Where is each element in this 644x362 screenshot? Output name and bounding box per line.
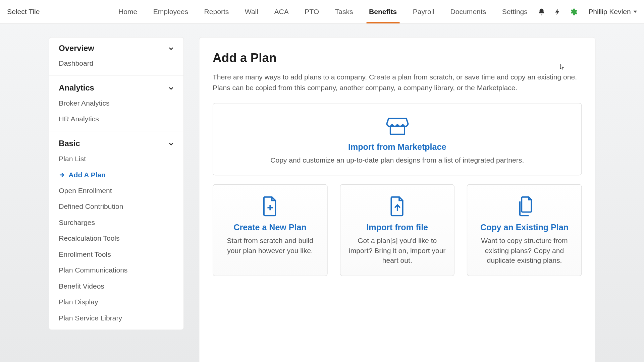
nav-item-benefits[interactable]: Benefits [361, 0, 405, 23]
sidebar-section-analytics[interactable]: Analytics [49, 75, 183, 96]
arrow-right-icon [59, 172, 65, 178]
sidebar-item-plan-list[interactable]: Plan List [49, 151, 183, 167]
nav-item-documents[interactable]: Documents [442, 0, 494, 23]
chevron-down-icon [634, 11, 637, 13]
nav-item-settings[interactable]: Settings [494, 0, 536, 23]
marketplace-title: Import from Marketplace [222, 142, 573, 152]
card-row: Create a New Plan Start from scratch and… [213, 184, 582, 276]
page-body: OverviewDashboardAnalyticsBroker Analyti… [0, 24, 644, 362]
sidebar-item-label: Add A Plan [68, 171, 106, 179]
sidebar-section-basic[interactable]: Basic [49, 131, 183, 151]
copy-plan-title: Copy an Existing Plan [475, 223, 573, 233]
sidebar-item-recalculation-tools[interactable]: Recalculation Tools [49, 231, 183, 246]
sidebar-item-broker-analytics[interactable]: Broker Analytics [49, 96, 183, 111]
create-plan-title: Create a New Plan [221, 223, 319, 233]
main-panel: Add a Plan There are many ways to add pl… [199, 37, 595, 362]
import-file-desc: Got a plan[s] you'd like to import? Brin… [348, 236, 446, 266]
sidebar: OverviewDashboardAnalyticsBroker Analyti… [49, 37, 184, 330]
nav-item-pto[interactable]: PTO [297, 0, 327, 23]
sidebar-section-label: Basic [59, 139, 80, 148]
sidebar-item-plan-display[interactable]: Plan Display [49, 294, 183, 310]
select-tile-link[interactable]: Select Tile [7, 8, 57, 16]
nav-right: Phillip Kevlen [537, 7, 637, 16]
import-file-card[interactable]: Import from file Got a plan[s] you'd lik… [340, 184, 454, 276]
sidebar-section-overview[interactable]: Overview [49, 38, 183, 56]
nav-items: HomeEmployeesReportsWallACAPTOTasksBenef… [110, 0, 535, 23]
file-upload-icon [389, 196, 405, 217]
create-plan-card[interactable]: Create a New Plan Start from scratch and… [213, 184, 327, 276]
sidebar-section-label: Analytics [59, 83, 94, 93]
file-plus-icon [262, 196, 278, 217]
nav-item-employees[interactable]: Employees [145, 0, 196, 23]
page-title: Add a Plan [213, 51, 582, 65]
user-name-label: Phillip Kevlen [588, 8, 631, 16]
marketplace-icon [386, 115, 409, 136]
marketplace-card[interactable]: Import from Marketplace Copy and customi… [213, 103, 582, 176]
svg-rect-0 [390, 126, 404, 134]
sidebar-item-benefit-videos[interactable]: Benefit Videos [49, 278, 183, 294]
sidebar-item-plan-service-library[interactable]: Plan Service Library [49, 310, 183, 326]
sidebar-item-plan-communications[interactable]: Plan Communications [49, 262, 183, 278]
nav-item-reports[interactable]: Reports [196, 0, 237, 23]
page-description: There are many ways to add plans to a co… [213, 72, 582, 93]
chevron-down-icon [168, 46, 174, 51]
marketplace-desc: Copy and customize an up-to-date plan de… [222, 156, 573, 166]
sidebar-item-add-a-plan[interactable]: Add A Plan [49, 167, 183, 183]
sidebar-item-surcharges[interactable]: Surcharges [49, 215, 183, 231]
file-copy-icon [517, 196, 532, 217]
nav-item-home[interactable]: Home [110, 0, 145, 23]
chevron-down-icon [168, 141, 174, 146]
nav-item-tasks[interactable]: Tasks [327, 0, 361, 23]
chevron-down-icon [168, 85, 174, 91]
sidebar-item-hr-analytics[interactable]: HR Analytics [49, 111, 183, 127]
sidebar-item-defined-contribution[interactable]: Defined Contribution [49, 199, 183, 215]
sidebar-item-dashboard[interactable]: Dashboard [49, 56, 183, 71]
top-nav: Select Tile HomeEmployeesReportsWallACAP… [0, 0, 644, 24]
copy-plan-desc: Want to copy structure from existing pla… [475, 236, 573, 266]
sidebar-item-enrollment-tools[interactable]: Enrollment Tools [49, 246, 183, 262]
gear-icon[interactable] [569, 7, 578, 16]
create-plan-desc: Start from scratch and build your plan h… [221, 236, 319, 256]
nav-item-wall[interactable]: Wall [237, 0, 266, 23]
bolt-icon[interactable] [553, 7, 562, 16]
sidebar-section-label: Overview [59, 44, 94, 53]
copy-plan-card[interactable]: Copy an Existing Plan Want to copy struc… [467, 184, 582, 276]
user-menu[interactable]: Phillip Kevlen [585, 8, 637, 16]
sidebar-item-open-enrollment[interactable]: Open Enrollment [49, 183, 183, 199]
nav-item-aca[interactable]: ACA [266, 0, 297, 23]
import-file-title: Import from file [348, 223, 446, 233]
nav-item-payroll[interactable]: Payroll [405, 0, 442, 23]
bell-icon[interactable] [537, 7, 546, 16]
